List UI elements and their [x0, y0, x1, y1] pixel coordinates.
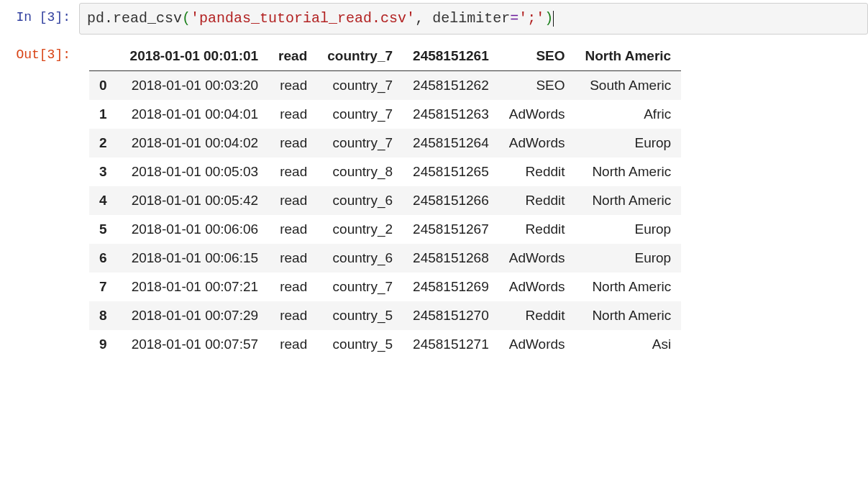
table-cell: 2018-01-01 00:04:01	[120, 100, 269, 129]
dataframe-table: 2018-01-01 00:01:01readcountry_724581512…	[89, 42, 681, 359]
table-row: 82018-01-01 00:07:29readcountry_52458151…	[89, 301, 681, 330]
table-col-header: country_7	[317, 42, 403, 71]
table-row-index: 0	[89, 71, 120, 101]
code-string-2: ';'	[518, 10, 544, 27]
table-cell: 2018-01-01 00:07:57	[120, 330, 269, 359]
table-cell: AdWords	[499, 273, 575, 301]
table-row: 02018-01-01 00:03:20readcountry_72458151…	[89, 71, 681, 101]
table-cell: Afric	[575, 100, 682, 129]
table-cell: AdWords	[499, 100, 575, 129]
code-dot: .	[104, 10, 113, 27]
table-cell: North Americ	[575, 301, 682, 330]
table-cell: 2018-01-01 00:07:21	[120, 273, 269, 301]
table-cell: 2018-01-01 00:06:15	[120, 244, 269, 273]
table-cell: country_7	[317, 129, 403, 157]
table-row-index: 4	[89, 186, 120, 215]
table-row-index: 5	[89, 215, 120, 244]
table-col-header: North Americ	[575, 42, 682, 71]
table-cell: 2458151269	[403, 273, 499, 301]
table-cell: read	[268, 100, 317, 129]
input-cell: In [3]: pd.read_csv('pandas_tutorial_rea…	[0, 0, 868, 37]
table-cell: SEO	[499, 71, 575, 101]
table-cell: read	[268, 301, 317, 330]
table-cell: 2458151262	[403, 71, 499, 101]
table-cell: 2018-01-01 00:07:29	[120, 301, 269, 330]
code-obj: pd	[87, 10, 104, 27]
table-cell: 2458151266	[403, 186, 499, 215]
table-row-index: 8	[89, 301, 120, 330]
output-prompt: Out[3]:	[0, 40, 79, 62]
code-string-1: 'pandas_tutorial_read.csv'	[191, 10, 415, 27]
table-col-header: read	[268, 42, 317, 71]
table-cell: Reddit	[499, 186, 575, 215]
table-cell: country_5	[317, 330, 403, 359]
table-cell: read	[268, 129, 317, 157]
table-row-index: 1	[89, 100, 120, 129]
table-cell: country_7	[317, 273, 403, 301]
table-row-index: 9	[89, 330, 120, 359]
table-cell: Reddit	[499, 215, 575, 244]
table-row-index: 2	[89, 129, 120, 157]
code-comma: ,	[415, 10, 432, 27]
table-cell: AdWords	[499, 129, 575, 157]
table-cell: 2018-01-01 00:03:20	[120, 71, 269, 101]
table-cell: North Americ	[575, 157, 682, 186]
table-row: 32018-01-01 00:05:03readcountry_82458151…	[89, 157, 681, 186]
table-row: 42018-01-01 00:05:42readcountry_62458151…	[89, 186, 681, 215]
table-cell: country_5	[317, 301, 403, 330]
table-cell: North Americ	[575, 273, 682, 301]
table-col-header: SEO	[499, 42, 575, 71]
table-row: 72018-01-01 00:07:21readcountry_72458151…	[89, 273, 681, 301]
table-index-header	[89, 42, 120, 71]
table-col-header: 2018-01-01 00:01:01	[120, 42, 269, 71]
table-cell: AdWords	[499, 244, 575, 273]
table-cell: 2018-01-01 00:06:06	[120, 215, 269, 244]
table-cell: 2458151268	[403, 244, 499, 273]
table-cell: country_8	[317, 157, 403, 186]
output-cell: Out[3]: 2018-01-01 00:01:01readcountry_7…	[0, 37, 868, 362]
table-cell: Asi	[575, 330, 682, 359]
table-cell: read	[268, 186, 317, 215]
table-cell: read	[268, 273, 317, 301]
input-prompt: In [3]:	[0, 3, 79, 24]
table-cell: country_2	[317, 215, 403, 244]
table-cell: AdWords	[499, 330, 575, 359]
table-cell: 2458151265	[403, 157, 499, 186]
table-cell: country_7	[317, 71, 403, 101]
table-cell: read	[268, 71, 317, 101]
table-cell: read	[268, 157, 317, 186]
table-row: 22018-01-01 00:04:02readcountry_72458151…	[89, 129, 681, 157]
table-cell: 2458151267	[403, 215, 499, 244]
table-cell: read	[268, 330, 317, 359]
code-func: read_csv	[113, 10, 182, 27]
table-cell: country_6	[317, 186, 403, 215]
table-cell: 2458151264	[403, 129, 499, 157]
code-lparen: (	[182, 10, 191, 27]
output-area: 2018-01-01 00:01:01readcountry_724581512…	[79, 40, 868, 359]
table-cell: Reddit	[499, 301, 575, 330]
table-cell: 2458151270	[403, 301, 499, 330]
table-row: 52018-01-01 00:06:06readcountry_22458151…	[89, 215, 681, 244]
code-kwarg: delimiter	[432, 10, 510, 27]
table-cell: Europ	[575, 129, 682, 157]
table-cell: country_6	[317, 244, 403, 273]
code-rparen: )	[544, 10, 553, 27]
table-row-index: 6	[89, 244, 120, 273]
table-cell: Europ	[575, 244, 682, 273]
table-row: 92018-01-01 00:07:57readcountry_52458151…	[89, 330, 681, 359]
table-cell: read	[268, 244, 317, 273]
table-cell: 2018-01-01 00:05:42	[120, 186, 269, 215]
code-input[interactable]: pd.read_csv('pandas_tutorial_read.csv', …	[79, 3, 868, 35]
table-row-index: 3	[89, 157, 120, 186]
table-cell: South Americ	[575, 71, 682, 101]
code-eq: =	[510, 10, 518, 27]
table-row-index: 7	[89, 273, 120, 301]
table-cell: 2458151263	[403, 100, 499, 129]
table-col-header: 2458151261	[403, 42, 499, 71]
table-cell: Reddit	[499, 157, 575, 186]
table-row: 62018-01-01 00:06:15readcountry_62458151…	[89, 244, 681, 273]
table-cell: 2018-01-01 00:05:03	[120, 157, 269, 186]
table-cell: 2018-01-01 00:04:02	[120, 129, 269, 157]
text-cursor	[553, 11, 554, 27]
table-row: 12018-01-01 00:04:01readcountry_72458151…	[89, 100, 681, 129]
